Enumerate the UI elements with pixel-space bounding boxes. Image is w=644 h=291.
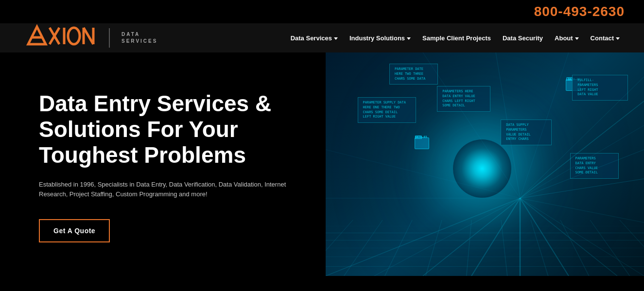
brand-name (19, 24, 97, 52)
logo-tagline: DATA SERVICES (122, 31, 157, 45)
data-card-6: PARAMETER DATE HERE TWO THREE CHARS SOME… (389, 64, 438, 85)
data-card-2: PARAMETERS HERE DATA ENTRY VALUE CHARS L… (437, 86, 490, 112)
hero-visual: DATA-03 DATA-02 PARAMETER SUPPLY DATA HE… (326, 52, 644, 276)
hero-subtitle: Established in 1996, Specialists in Data… (39, 180, 292, 200)
logo-axion (19, 24, 97, 52)
hero-section: Data Entry Services & Solutions For Your… (0, 52, 644, 276)
folder-icon-1 (415, 137, 429, 149)
nav-sample-client-projects[interactable]: Sample Client Projects (418, 31, 496, 46)
axion-svg-logo (19, 24, 97, 47)
logo: DATA SERVICES (19, 24, 157, 52)
chevron-down-icon (575, 37, 579, 40)
data-card-3: DATA SUPPLY PARAMETERS VALUE DETAIL ENTR… (501, 120, 552, 145)
nav-about[interactable]: About (550, 31, 584, 46)
chevron-down-icon (407, 37, 411, 40)
hero-right: DATA-03 DATA-02 PARAMETER SUPPLY DATA HE… (326, 52, 644, 276)
nav-contact[interactable]: Contact (586, 31, 625, 46)
svg-point-5 (68, 28, 80, 44)
chevron-down-icon (616, 37, 620, 40)
top-bar: 800-493-2630 (0, 0, 644, 23)
data-label-1: DATA-03 (415, 135, 427, 138)
svg-marker-0 (28, 27, 46, 44)
svg-line-17 (520, 198, 644, 223)
header: DATA SERVICES Data Services Industry Sol… (0, 23, 644, 52)
hero-title: Data Entry Services & Solutions For Your… (39, 91, 301, 168)
nav-data-services[interactable]: Data Services (286, 31, 343, 46)
logo-divider (109, 28, 110, 48)
hero-glow (453, 139, 511, 198)
main-nav: Data Services Industry Solutions Sample … (286, 31, 625, 46)
chevron-down-icon (334, 37, 338, 40)
nav-industry-solutions[interactable]: Industry Solutions (345, 31, 416, 46)
get-quote-button[interactable]: Get A Quote (39, 219, 110, 242)
data-card-1: PARAMETER SUPPLY DATA HERE ONE THERE TWO… (358, 97, 416, 123)
data-card-5: PARAMETERS DATA ENTRY CHARS VALUE SOME D… (570, 153, 619, 179)
hero-left: Data Entry Services & Solutions For Your… (0, 52, 326, 276)
svg-line-26 (520, 101, 644, 198)
svg-line-18 (520, 179, 644, 198)
phone-number[interactable]: 800-493-2630 (534, 4, 625, 19)
svg-line-7 (84, 28, 93, 44)
data-card-4: FULFILL- PARAMETERS LEFT RIGHT DATA VALU… (572, 75, 628, 101)
grid-overlay (326, 220, 644, 276)
nav-data-security[interactable]: Data Security (498, 31, 548, 46)
